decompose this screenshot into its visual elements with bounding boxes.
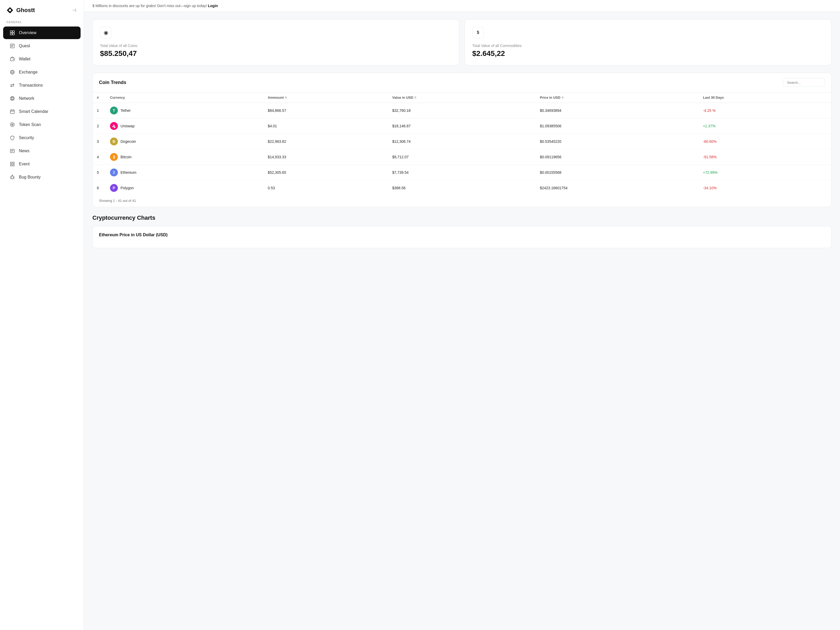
- coin-icon: 🦄: [110, 122, 118, 130]
- row-currency: 🦄 Uniswap: [106, 118, 264, 134]
- sidebar-item-bug-bounty-label: Bug Bounty: [19, 175, 41, 180]
- svg-line-34: [11, 177, 11, 177]
- coin-name: Uniswap: [120, 124, 135, 128]
- row-change: +1.37%: [699, 118, 831, 134]
- col-price[interactable]: Price in USD ⇅: [536, 92, 699, 103]
- logo-area: Ghostt: [6, 6, 35, 14]
- coin-name: Bitcoin: [120, 155, 131, 159]
- sidebar-item-overview[interactable]: Overview: [3, 27, 81, 39]
- sidebar-item-security[interactable]: Security: [3, 131, 81, 144]
- sidebar-logo: Ghostt ⊣: [0, 6, 84, 21]
- row-currency: T Tether: [106, 103, 264, 118]
- wallet-icon: [9, 56, 15, 62]
- security-icon: [9, 135, 15, 141]
- sidebar-item-wallet[interactable]: Wallet: [3, 53, 81, 65]
- bug-bounty-icon: [9, 174, 15, 180]
- network-icon: [9, 96, 15, 101]
- row-change: +72.99%: [699, 165, 831, 180]
- collapse-button[interactable]: ⊣: [71, 6, 77, 14]
- sidebar-item-security-label: Security: [19, 136, 34, 140]
- coin-trends-section: Coin Trends # Currency Ammount ⇅ Value i…: [92, 73, 832, 207]
- row-num: 5: [93, 165, 106, 180]
- row-value: $388.56: [388, 180, 536, 196]
- sidebar-item-network[interactable]: Network: [3, 92, 81, 105]
- row-amount: $52,305.65: [264, 165, 388, 180]
- coins-card-icon: ◉: [100, 27, 112, 38]
- table-row: 1 T Tether $84,866.57 $32,760.18 $0.3469…: [93, 103, 831, 118]
- token-scan-icon: [9, 122, 15, 128]
- col-value[interactable]: Value in USD ⇅: [388, 92, 536, 103]
- commodities-card-icon: $: [472, 27, 484, 38]
- row-change: -91.58%: [699, 149, 831, 165]
- svg-point-33: [11, 176, 14, 179]
- svg-rect-31: [11, 164, 12, 166]
- sidebar-item-smart-calendar[interactable]: Smart Calendar: [3, 105, 81, 118]
- svg-point-16: [11, 96, 13, 101]
- sidebar-item-overview-label: Overview: [19, 30, 36, 35]
- row-amount: $14,933.33: [264, 149, 388, 165]
- sidebar-item-news[interactable]: News: [3, 145, 81, 157]
- row-value: $7,739.54: [388, 165, 536, 180]
- sidebar-item-token-scan[interactable]: Token Scan: [3, 118, 81, 131]
- amount-sort-icon: ⇅: [285, 96, 287, 99]
- col-currency: Currency: [106, 92, 264, 103]
- svg-rect-29: [11, 162, 12, 164]
- logo-icon: [6, 6, 14, 14]
- sidebar-item-event-label: Event: [19, 162, 30, 166]
- sidebar-item-event[interactable]: Event: [3, 158, 81, 171]
- svg-rect-30: [13, 162, 14, 164]
- coin-icon: Ξ: [110, 169, 118, 177]
- row-value: $32,760.18: [388, 103, 536, 118]
- row-change: -60.60%: [699, 134, 831, 149]
- coin-search-input[interactable]: [783, 78, 825, 87]
- crypto-charts-title: Cryptocurrency Charts: [92, 215, 832, 221]
- row-price: $0.00155568: [536, 165, 699, 180]
- banner-login-link[interactable]: Login: [208, 4, 218, 8]
- eth-chart-card: Ethereum Price in US Dollar (USD): [92, 226, 832, 248]
- col-num: #: [93, 92, 106, 103]
- sidebar-item-quest[interactable]: Quest: [3, 39, 81, 52]
- banner-text: $ Millions in discounts are up for grabs…: [92, 4, 207, 8]
- commodities-value-card: $ Total Value of all Commodities: $2.645…: [465, 19, 832, 65]
- row-amount: 0.53: [264, 180, 388, 196]
- row-change: -4.25 %: [699, 103, 831, 118]
- main-content-area: $ Millions in discounts are up for grabs…: [84, 0, 840, 630]
- row-price: $0.34693894: [536, 103, 699, 118]
- row-currency: Ð Dogecoin: [106, 134, 264, 149]
- smart-calendar-icon: [9, 109, 15, 114]
- svg-rect-2: [10, 31, 12, 33]
- coin-trends-header: Coin Trends: [93, 73, 831, 92]
- coin-trends-title: Coin Trends: [99, 80, 126, 85]
- table-row: 3 Ð Dogecoin $22,983.82 $12,306.74 $0.53…: [93, 134, 831, 149]
- sidebar-item-wallet-label: Wallet: [19, 57, 30, 62]
- row-num: 6: [93, 180, 106, 196]
- sidebar-item-exchange[interactable]: Exchange: [3, 66, 81, 79]
- row-price: $0.53545220: [536, 134, 699, 149]
- row-price: $0.09119656: [536, 149, 699, 165]
- sidebar-item-token-scan-label: Token Scan: [19, 122, 41, 127]
- col-amount[interactable]: Ammount ⇅: [264, 92, 388, 103]
- sidebar-item-transactions[interactable]: Transactions: [3, 79, 81, 92]
- commodities-card-amount: $2.645,22: [472, 49, 824, 58]
- svg-rect-5: [13, 33, 14, 35]
- coins-card-amount: $85.250,47: [100, 49, 452, 58]
- sidebar-item-network-label: Network: [19, 96, 35, 101]
- coins-value-card: ◉ Total Value of all Coins: $85.250,47: [92, 19, 459, 65]
- table-row: 4 ₿ Bitcoin $14,933.33 $9,712.07 $0.0911…: [93, 149, 831, 165]
- coin-trends-table: # Currency Ammount ⇅ Value in USD ⇅ Pric…: [93, 92, 831, 196]
- row-currency: ₿ Bitcoin: [106, 149, 264, 165]
- transactions-icon: [9, 82, 15, 88]
- commodities-card-label: Total Value of all Commodities:: [472, 44, 824, 48]
- coin-icon: P: [110, 184, 118, 192]
- svg-line-39: [14, 178, 14, 179]
- event-icon: [9, 161, 15, 167]
- coin-name: Ethereum: [120, 171, 136, 175]
- eth-chart-title: Ethereum Price in US Dollar (USD): [99, 232, 825, 237]
- coins-card-label: Total Value of all Coins:: [100, 44, 452, 48]
- sidebar-item-bug-bounty[interactable]: Bug Bounty: [3, 171, 81, 183]
- table-row: 5 Ξ Ethereum $52,305.65 $7,739.54 $0.001…: [93, 165, 831, 180]
- row-price: $1.09385506: [536, 118, 699, 134]
- row-amount: $4.01: [264, 118, 388, 134]
- row-change: -34.10%: [699, 180, 831, 196]
- sidebar-item-transactions-label: Transactions: [19, 83, 43, 88]
